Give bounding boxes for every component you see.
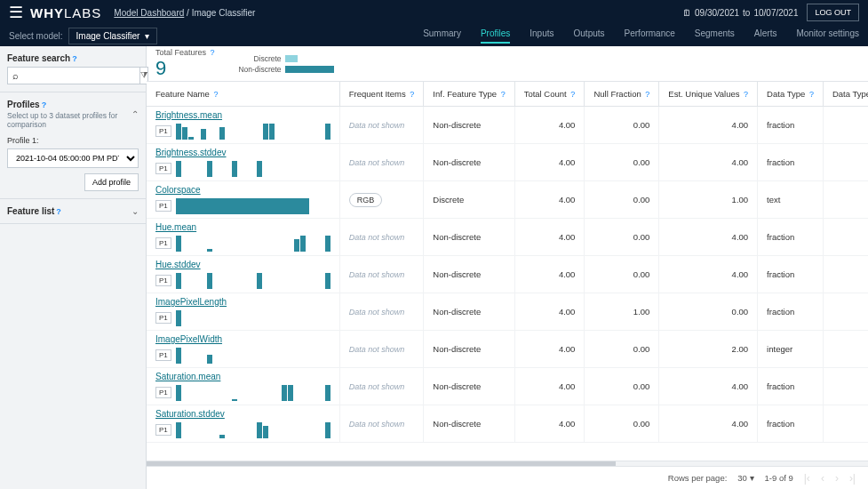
unique-values-value: 0.00 — [659, 293, 758, 331]
data-type-value: fraction — [758, 405, 824, 443]
total-count-value: 4.00 — [514, 256, 585, 293]
feature-link[interactable]: ImagePixelLength — [155, 297, 330, 307]
add-profile-button[interactable]: Add profile — [84, 173, 139, 191]
table-row: Brightness.stddevP1Data not shownNon-dis… — [147, 144, 868, 181]
feature-link[interactable]: Hue.stddev — [155, 260, 330, 269]
help-icon[interactable]: ? — [72, 54, 77, 63]
page-prev-icon[interactable]: ‹ — [821, 472, 824, 485]
main-content: Total Features ? 9 Discrete Non-discrete… — [147, 46, 868, 489]
tab-alerts[interactable]: Alerts — [754, 28, 777, 44]
histogram: P1 — [155, 421, 330, 438]
help-icon[interactable]: ? — [56, 207, 61, 216]
unique-values-value: 1.00 — [659, 181, 758, 219]
page-next-icon[interactable]: › — [835, 472, 839, 485]
help-icon[interactable]: ? — [744, 90, 748, 99]
null-fraction-value: 0.00 — [585, 181, 659, 219]
search-input[interactable] — [7, 67, 140, 84]
logout-button[interactable]: LOG OUT — [807, 4, 859, 21]
tab-segments[interactable]: Segments — [695, 28, 735, 44]
help-icon[interactable]: ? — [213, 90, 218, 99]
data-grid[interactable]: Feature Name ?Frequent Items ?Inf. Featu… — [147, 82, 868, 461]
chevron-up-icon[interactable]: ⌃ — [131, 109, 139, 119]
rows-per-page-select[interactable]: 30 ▾ — [737, 473, 753, 483]
sidebar: Feature search? ⧩ Profiles? Select up to… — [0, 46, 147, 489]
table-row: ImagePixelWidthP1Data not shownNon-discr… — [147, 331, 868, 368]
col-header[interactable]: Total Count ? — [514, 82, 585, 107]
help-icon[interactable]: ? — [211, 48, 215, 57]
feature-type-value: Non-discrete — [424, 331, 514, 368]
menu-icon[interactable]: ☰ — [9, 3, 23, 22]
table-row: ColorspaceP1RGBDiscrete4.000.001.00text4… — [147, 181, 868, 219]
data-type-value: fraction — [758, 144, 824, 181]
data-type-value: integer — [758, 331, 824, 368]
tab-summary[interactable]: Summary — [423, 28, 461, 44]
profile-tag: P1 — [155, 424, 171, 436]
data-type-count-value: 4.00 — [823, 331, 868, 368]
unique-values-value: 2.00 — [659, 331, 758, 368]
tab-monitor-settings[interactable]: Monitor settings — [796, 28, 859, 44]
col-header[interactable]: Null Fraction ? — [585, 82, 659, 107]
frequent-items-value: Data not shown — [349, 158, 405, 167]
chevron-down-icon[interactable]: ⌄ — [131, 206, 139, 216]
tab-outputs[interactable]: Outputs — [574, 28, 605, 44]
frequent-items-value: Data not shown — [349, 233, 405, 242]
unique-values-value: 4.00 — [659, 405, 758, 443]
col-header[interactable]: Feature Name ? — [147, 82, 339, 107]
feature-link[interactable]: Brightness.stddev — [155, 148, 330, 157]
help-icon[interactable]: ? — [501, 90, 506, 99]
feature-type-value: Non-discrete — [424, 219, 514, 256]
summary-bar: Total Features ? 9 Discrete Non-discrete — [147, 46, 868, 82]
tab-profiles[interactable]: Profiles — [481, 28, 510, 44]
null-fraction-value: 0.00 — [585, 405, 659, 443]
unique-values-value: 4.00 — [659, 219, 758, 256]
null-fraction-value: 0.00 — [585, 331, 659, 368]
tab-performance[interactable]: Performance — [625, 28, 675, 44]
horizontal-scrollbar[interactable] — [147, 461, 868, 466]
total-count-value: 4.00 — [514, 293, 585, 331]
table-row: ImagePixelLengthP1Data not shownNon-disc… — [147, 293, 868, 331]
feature-type-value: Non-discrete — [424, 368, 514, 405]
chevron-down-icon: ▾ — [145, 31, 149, 41]
col-header[interactable]: Inf. Feature Type ? — [424, 82, 514, 107]
feature-link[interactable]: Saturation.mean — [155, 372, 330, 381]
feature-type-value: Discrete — [424, 181, 514, 219]
null-fraction-value: 0.00 — [585, 144, 659, 181]
help-icon[interactable]: ? — [570, 90, 575, 99]
frequent-items-value: Data not shown — [349, 121, 405, 130]
col-header[interactable]: Est. Unique Values ? — [659, 82, 758, 107]
unique-values-value: 4.00 — [659, 368, 758, 405]
tab-inputs[interactable]: Inputs — [530, 28, 553, 44]
data-type-count-value: 4.00 — [823, 107, 868, 144]
total-count-value: 4.00 — [514, 219, 585, 256]
col-header[interactable]: Data Type ? — [758, 82, 824, 107]
profile-select[interactable]: 2021-10-04 05:00:00 PM PDT — [7, 148, 139, 168]
feature-link[interactable]: Brightness.mean — [155, 110, 330, 120]
pagination-range: 1-9 of 9 — [765, 473, 793, 483]
help-icon[interactable]: ? — [410, 90, 414, 99]
breadcrumb-link[interactable]: Model Dashboard — [114, 8, 184, 18]
histogram: P1 — [155, 122, 330, 140]
model-select[interactable]: Image Classifier▾ — [68, 28, 158, 44]
total-count-value: 4.00 — [514, 331, 585, 368]
data-type-count-value: 4.00 — [823, 181, 868, 219]
help-icon[interactable]: ? — [42, 100, 47, 109]
col-header[interactable]: Frequent Items ? — [339, 82, 424, 107]
help-icon[interactable]: ? — [809, 90, 814, 99]
profile-tag: P1 — [155, 275, 171, 286]
col-header[interactable]: Data Type Count ? — [823, 82, 868, 107]
profile-tag: P1 — [155, 387, 171, 398]
data-type-value: fraction — [758, 256, 824, 293]
total-features-value: 9 — [155, 57, 215, 80]
feature-link[interactable]: ImagePixelWidth — [155, 334, 330, 344]
feature-type-value: Non-discrete — [424, 405, 514, 443]
page-first-icon[interactable]: |‹ — [804, 472, 810, 485]
profile-tag: P1 — [155, 125, 171, 137]
feature-link[interactable]: Hue.mean — [155, 222, 330, 232]
histogram: P1 — [155, 346, 330, 364]
help-icon[interactable]: ? — [645, 90, 649, 99]
null-fraction-value: 1.00 — [585, 293, 659, 331]
date-range[interactable]: 🗓 09/30/2021 to 10/07/2021 — [682, 8, 798, 18]
feature-link[interactable]: Colorspace — [155, 185, 330, 195]
page-last-icon[interactable]: ›| — [849, 472, 856, 485]
feature-link[interactable]: Saturation.stddev — [155, 409, 330, 419]
